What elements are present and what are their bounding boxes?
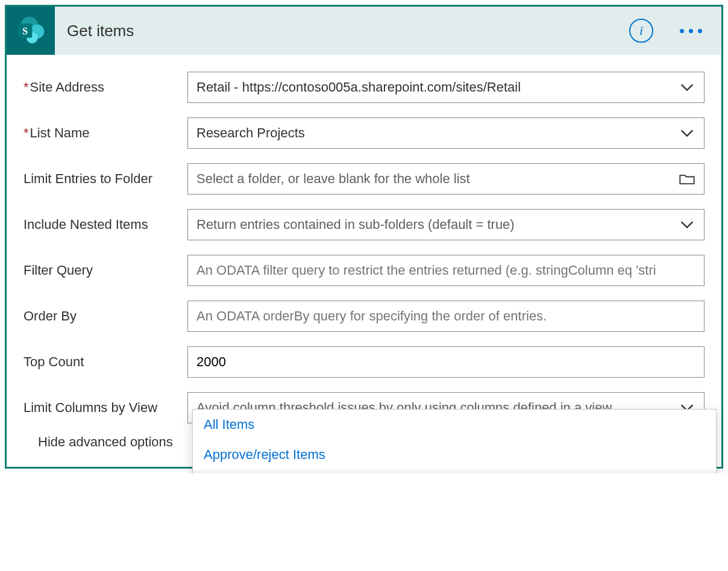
chevron-down-icon: [679, 79, 695, 96]
filter-input[interactable]: [196, 263, 695, 278]
card-title: Get items: [55, 22, 629, 40]
list-name-field[interactable]: Research Projects: [187, 117, 704, 149]
filter-field[interactable]: [187, 255, 704, 286]
site-address-field[interactable]: Retail - https://contoso005a.sharepoint.…: [187, 72, 704, 103]
folder-icon[interactable]: [679, 170, 695, 187]
limitcols-dropdown: All Items Approve/reject Items My submis…: [192, 409, 717, 473]
dropdown-item-my-submissions[interactable]: My submissions: [193, 470, 716, 473]
topcount-input[interactable]: [196, 354, 695, 370]
topcount-label: Top Count: [24, 354, 187, 370]
limit-folder-label: Limit Entries to Folder: [24, 171, 187, 187]
sharepoint-icon: S: [7, 7, 55, 55]
orderby-input[interactable]: [196, 308, 695, 324]
chevron-down-icon: [679, 125, 695, 142]
action-card: S Get items i *Site Address Retail - htt…: [5, 5, 723, 469]
limit-folder-field[interactable]: Select a folder, or leave blank for the …: [187, 163, 704, 195]
nested-field[interactable]: Return entries contained in sub-folders …: [187, 209, 704, 240]
limitcols-label: Limit Columns by View: [24, 400, 187, 416]
nested-placeholder: Return entries contained in sub-folders …: [196, 217, 679, 232]
svg-text:S: S: [22, 25, 28, 37]
dropdown-item-all-items[interactable]: All Items: [193, 410, 716, 440]
topcount-field[interactable]: [187, 346, 704, 378]
more-button[interactable]: [675, 29, 707, 33]
dropdown-item-approve-reject[interactable]: Approve/reject Items: [193, 440, 716, 470]
nested-label: Include Nested Items: [24, 217, 187, 232]
card-body: *Site Address Retail - https://contoso00…: [7, 55, 721, 467]
info-button[interactable]: i: [629, 19, 653, 43]
card-header: S Get items i: [7, 7, 721, 55]
orderby-label: Order By: [24, 308, 187, 324]
site-address-label: *Site Address: [24, 80, 187, 95]
list-name-label: *List Name: [24, 125, 187, 141]
orderby-field[interactable]: [187, 301, 704, 332]
filter-label: Filter Query: [24, 263, 187, 278]
list-name-value: Research Projects: [196, 125, 679, 141]
limit-folder-placeholder: Select a folder, or leave blank for the …: [196, 171, 679, 187]
site-address-value: Retail - https://contoso005a.sharepoint.…: [196, 80, 679, 95]
chevron-down-icon: [679, 216, 695, 233]
